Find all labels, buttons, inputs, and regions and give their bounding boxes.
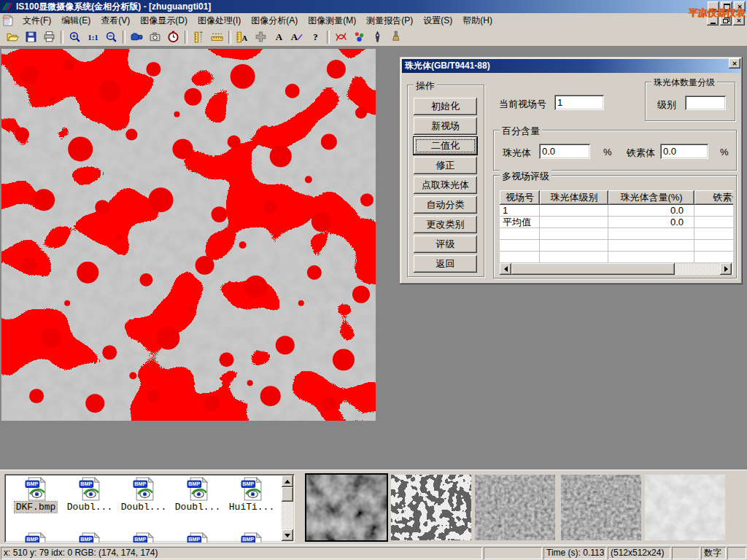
menu-item-0[interactable]: 文件(F) bbox=[18, 13, 56, 28]
metallographic-image[interactable] bbox=[1, 49, 376, 421]
op-button-1[interactable]: 新视场 bbox=[414, 117, 477, 135]
current-field-input[interactable] bbox=[554, 95, 604, 110]
grid-button[interactable] bbox=[252, 28, 270, 45]
file-item-row2-0[interactable]: BMP bbox=[9, 532, 63, 542]
menu-item-3[interactable]: 图像显示(D) bbox=[135, 13, 193, 28]
op-button-0[interactable]: 初始化 bbox=[414, 98, 477, 115]
dialog-title-bar[interactable]: 珠光体(GB/T9441-88) bbox=[402, 59, 740, 73]
file-item-row2-1[interactable]: BMP bbox=[63, 532, 117, 542]
timer-button[interactable] bbox=[164, 28, 182, 45]
mdi-close-button[interactable]: × bbox=[733, 15, 745, 26]
measure-label-button[interactable]: A bbox=[233, 28, 252, 45]
camera-capture-button[interactable] bbox=[146, 28, 164, 45]
file-item-2[interactable]: BMPDoubl... bbox=[117, 477, 171, 513]
file-item-row2-4[interactable]: BMP bbox=[225, 532, 279, 542]
svg-text:BMP: BMP bbox=[242, 481, 254, 487]
vscroll-up-button[interactable] bbox=[282, 475, 293, 487]
caliper-button[interactable] bbox=[190, 28, 208, 45]
menu-item-5[interactable]: 图像分析(A) bbox=[246, 13, 303, 28]
app-logo-icon bbox=[1, 1, 13, 12]
hscroll-left-button[interactable] bbox=[500, 263, 511, 275]
curve-tool-button[interactable] bbox=[332, 28, 350, 45]
particle-analysis-button[interactable] bbox=[350, 28, 368, 45]
open-file-button[interactable] bbox=[4, 28, 22, 45]
op-button-5[interactable]: 自动分类 bbox=[414, 196, 477, 214]
file-item-3[interactable]: BMPDoubl... bbox=[171, 477, 225, 513]
zoom-out-button[interactable] bbox=[102, 28, 120, 45]
text-label-button[interactable]: A bbox=[270, 28, 288, 45]
svg-text:BMP: BMP bbox=[134, 481, 146, 487]
help-button[interactable]: ? bbox=[306, 28, 325, 45]
camera-capture-icon bbox=[149, 31, 161, 43]
op-button-4[interactable]: 点取珠光体 bbox=[414, 176, 477, 194]
table-row-4[interactable] bbox=[500, 252, 733, 263]
op-button-2[interactable]: 二值化 bbox=[414, 137, 477, 155]
svg-text:BMP: BMP bbox=[80, 481, 92, 487]
hscroll-track[interactable] bbox=[675, 263, 720, 275]
window-close-button[interactable]: × bbox=[734, 1, 746, 12]
window-title: IS100显微摄像系统(金相分析版) - [zhuguangti01] bbox=[16, 1, 211, 13]
op-button-7[interactable]: 评级 bbox=[414, 236, 477, 253]
file-item-row2-3[interactable]: BMP bbox=[171, 532, 225, 542]
video-capture-button[interactable] bbox=[128, 28, 146, 45]
print-button[interactable] bbox=[40, 28, 58, 45]
file-name: Doubl... bbox=[174, 502, 222, 513]
file-item-0[interactable]: BMPDKF.bmp bbox=[9, 477, 63, 513]
op-button-8[interactable]: 返回 bbox=[414, 255, 477, 273]
paint-brush-button[interactable] bbox=[387, 28, 405, 45]
svg-text:DOC: DOC bbox=[4, 17, 9, 20]
ruler-button[interactable] bbox=[208, 28, 226, 45]
table-row-3[interactable] bbox=[500, 240, 733, 252]
svg-text:BMP: BMP bbox=[80, 536, 92, 542]
grade-input[interactable] bbox=[685, 96, 726, 110]
ferrite-percent-input[interactable] bbox=[660, 144, 708, 159]
table-row-0[interactable]: 10.0 bbox=[500, 205, 733, 217]
file-item-4[interactable]: BMPHuiTi... bbox=[225, 477, 279, 513]
pointer-pen-button[interactable] bbox=[368, 28, 387, 45]
window-minimize-button[interactable] bbox=[708, 1, 719, 12]
menu-item-2[interactable]: 查看(V) bbox=[96, 13, 135, 28]
menu-item-6[interactable]: 图像测量(M) bbox=[303, 13, 361, 28]
save-file-button[interactable] bbox=[22, 28, 40, 45]
edit-label-button[interactable]: A bbox=[288, 28, 306, 45]
pearlite-percent-input[interactable] bbox=[539, 144, 590, 159]
table-row-2[interactable] bbox=[500, 228, 733, 240]
grade-label: 级别 bbox=[657, 98, 676, 112]
vscroll-down-button[interactable] bbox=[282, 529, 293, 541]
zoom-in-button[interactable] bbox=[66, 28, 84, 45]
vscroll-thumb[interactable] bbox=[282, 487, 293, 502]
op-button-3[interactable]: 修正 bbox=[414, 157, 477, 174]
ferrite-label: 铁素体 bbox=[627, 147, 655, 160]
rating-table-hscrollbar[interactable] bbox=[500, 263, 732, 275]
hscroll-thumb[interactable] bbox=[511, 263, 675, 275]
thumbnail-4[interactable] bbox=[561, 475, 641, 540]
thumbnail-2[interactable] bbox=[391, 475, 471, 540]
dialog-close-button[interactable]: × bbox=[729, 58, 740, 69]
menu-item-9[interactable]: 帮助(H) bbox=[457, 13, 498, 28]
document-icon[interactable]: DOC bbox=[2, 15, 14, 26]
actual-size-button[interactable]: 1:1 bbox=[84, 28, 102, 45]
menu-item-4[interactable]: 图像处理(I) bbox=[193, 13, 246, 28]
toolbar-separator bbox=[61, 31, 63, 44]
file-item-row2-2[interactable]: BMP bbox=[117, 532, 171, 542]
window-maximize-button[interactable] bbox=[721, 1, 732, 12]
menu-item-7[interactable]: 测量报告(P) bbox=[361, 13, 418, 28]
status-bar: x: 510 y: 79 idx: 0 RGB: (174, 174, 174)… bbox=[0, 545, 747, 560]
file-list-vscrollbar[interactable] bbox=[282, 475, 293, 541]
hscroll-right-button[interactable] bbox=[720, 263, 732, 275]
table-row-1[interactable]: 平均值0.0 bbox=[500, 217, 733, 228]
file-item-1[interactable]: BMPDoubl... bbox=[63, 477, 117, 513]
thumbnail-1[interactable] bbox=[306, 475, 387, 540]
menu-item-8[interactable]: 设置(S) bbox=[418, 13, 457, 28]
op-button-6[interactable]: 更改类别 bbox=[414, 216, 477, 233]
bmp-file-icon: BMP bbox=[240, 477, 264, 501]
menu-item-1[interactable]: 编辑(E) bbox=[56, 13, 96, 28]
pencil-icon bbox=[296, 33, 303, 42]
file-list: BMPDKF.bmpBMPDoubl...BMPDoubl...BMPDoubl… bbox=[4, 474, 295, 542]
table-cell bbox=[694, 205, 733, 217]
bmp-file-icon: BMP bbox=[132, 477, 156, 501]
mdi-restore-button[interactable] bbox=[720, 15, 732, 26]
thumbnail-5[interactable] bbox=[645, 475, 725, 540]
mdi-minimize-button[interactable] bbox=[707, 15, 719, 26]
thumbnail-3[interactable] bbox=[475, 475, 555, 540]
